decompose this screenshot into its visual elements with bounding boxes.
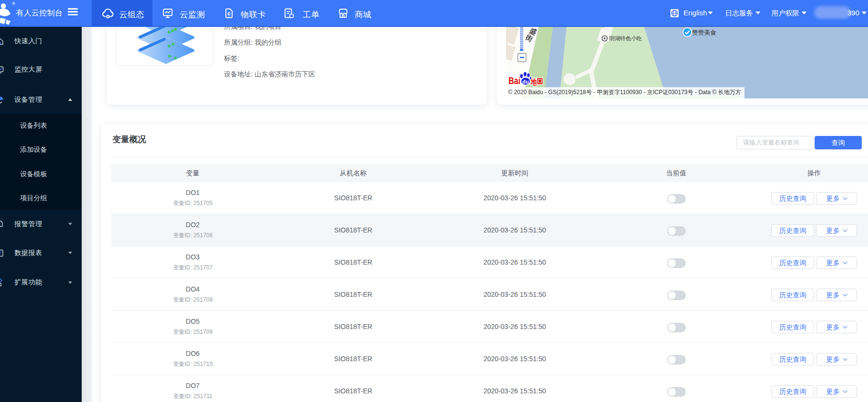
svg-text:赞赞美食: 赞赞美食 (692, 29, 717, 36)
svg-text:地: 地 (531, 77, 537, 85)
svg-text:明湖特色小吃: 明湖特色小吃 (609, 36, 642, 41)
svg-text:© 2020 Baidu - GS(2019)5218号 -: © 2020 Baidu - GS(2019)5218号 - 甲测资字11009… (508, 89, 741, 96)
svg-text:du: du (522, 79, 529, 85)
svg-text:Bai: Bai (508, 75, 521, 86)
